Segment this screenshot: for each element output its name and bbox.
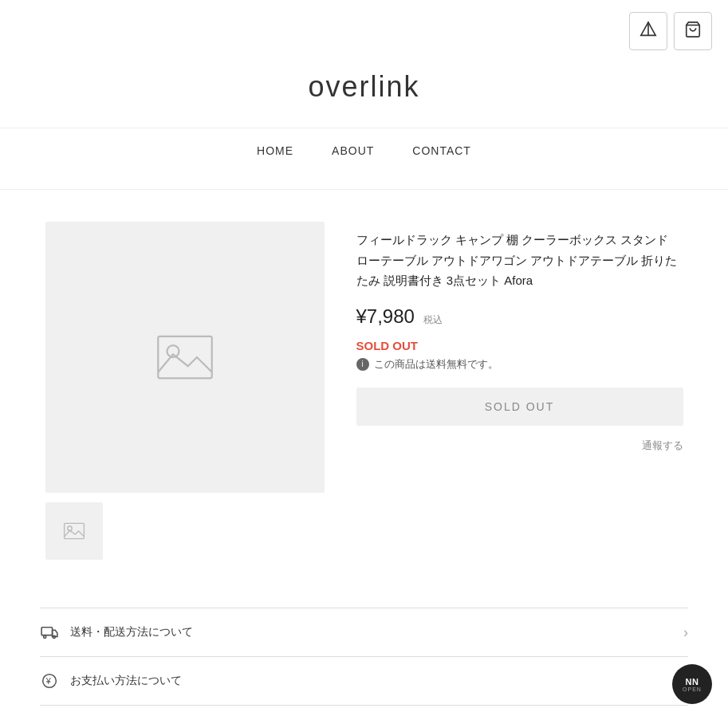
badge-nn: NN bbox=[686, 677, 699, 687]
report-anchor[interactable]: 通報する bbox=[642, 439, 683, 453]
thumbnail-placeholder-icon bbox=[63, 522, 85, 540]
tent-icon bbox=[639, 21, 657, 42]
price-value: ¥7,980 bbox=[356, 305, 415, 327]
nav-contact[interactable]: CONTACT bbox=[412, 144, 471, 157]
shipping-info: i この商品は送料無料です。 bbox=[356, 357, 683, 372]
svg-rect-7 bbox=[41, 628, 53, 635]
header-icons bbox=[0, 0, 728, 62]
product-container: フィールドラック キャンプ 棚 クーラーボックス スタンド ローテーブル アウト… bbox=[6, 222, 723, 592]
cart-icon-button[interactable] bbox=[674, 12, 712, 50]
yen-icon: ¥ bbox=[40, 671, 59, 690]
info-icon: i bbox=[356, 358, 369, 371]
product-price: ¥7,980 税込 bbox=[356, 305, 683, 328]
open-badge[interactable]: NN OPEN bbox=[672, 664, 712, 704]
payment-row-left: ¥ お支払い方法について bbox=[40, 671, 182, 690]
sold-out-status: SOLD OUT bbox=[356, 339, 683, 352]
shipping-info-row[interactable]: 送料・配送方法について › bbox=[40, 608, 688, 657]
product-images bbox=[45, 222, 325, 560]
nav-home[interactable]: HOME bbox=[257, 144, 293, 157]
thumbnail-row bbox=[45, 502, 325, 560]
nav-about[interactable]: ABOUT bbox=[332, 144, 374, 157]
svg-point-8 bbox=[44, 635, 46, 638]
image-placeholder-icon bbox=[153, 333, 217, 381]
svg-text:¥: ¥ bbox=[45, 676, 52, 686]
product-info: フィールドラック キャンプ 棚 クーラーボックス スタンド ローテーブル アウト… bbox=[356, 222, 683, 560]
thumbnail-1[interactable] bbox=[45, 502, 103, 560]
tax-label: 税込 bbox=[423, 314, 443, 325]
main-nav: HOME ABOUT CONTACT bbox=[0, 128, 728, 190]
badge-open: OPEN bbox=[683, 687, 702, 692]
main-product-image bbox=[45, 222, 325, 493]
site-title: overlink bbox=[0, 62, 728, 128]
shipping-row-label: 送料・配送方法について bbox=[70, 625, 193, 639]
payment-info-row[interactable]: ¥ お支払い方法について › bbox=[40, 657, 688, 706]
svg-rect-3 bbox=[158, 336, 212, 379]
report-link: 通報する bbox=[356, 439, 683, 453]
sold-out-button[interactable]: SOLD OUT bbox=[356, 388, 683, 426]
svg-rect-5 bbox=[64, 523, 84, 538]
cart-icon bbox=[684, 21, 702, 42]
info-sections: 送料・配送方法について › ¥ お支払い方法について › bbox=[40, 608, 688, 706]
chevron-right-icon: › bbox=[683, 624, 688, 641]
shipping-text: この商品は送料無料です。 bbox=[374, 357, 498, 372]
product-title: フィールドラック キャンプ 棚 クーラーボックス スタンド ローテーブル アウト… bbox=[356, 230, 683, 291]
shipping-row-left: 送料・配送方法について bbox=[40, 623, 193, 642]
truck-icon bbox=[40, 623, 59, 642]
tent-icon-button[interactable] bbox=[629, 12, 667, 50]
payment-row-label: お支払い方法について bbox=[70, 674, 182, 688]
